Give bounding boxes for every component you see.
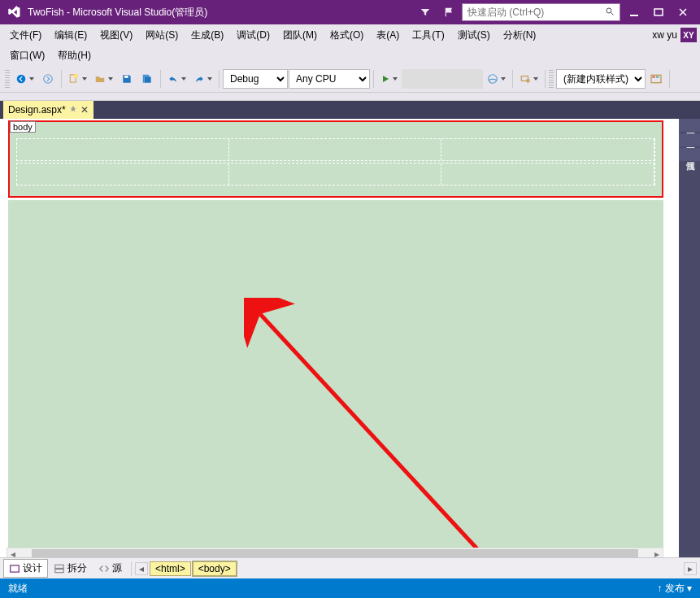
breadcrumb-html[interactable]: <html>: [150, 561, 191, 576]
open-button[interactable]: [91, 69, 116, 89]
menu-edit[interactable]: 编辑(E): [48, 26, 93, 45]
table-cell[interactable]: [17, 139, 229, 160]
svg-rect-3: [654, 9, 663, 15]
svg-line-1: [611, 12, 614, 15]
toolbar-grip[interactable]: [5, 70, 10, 88]
titlebar: TwoFish - Microsoft Visual Studio(管理员): [0, 0, 700, 24]
user-name[interactable]: xw yu: [652, 29, 677, 41]
table-row[interactable]: [16, 138, 655, 161]
menu-table[interactable]: 表(A): [370, 26, 406, 45]
menu-build[interactable]: 生成(B): [185, 26, 230, 45]
svg-point-4: [17, 74, 26, 83]
quick-launch-text[interactable]: [467, 7, 605, 18]
close-button[interactable]: [672, 3, 693, 21]
toolbar-grip-2[interactable]: [549, 70, 554, 88]
config-combo[interactable]: Debug: [223, 69, 288, 89]
svg-rect-15: [11, 565, 20, 571]
side-tab-team[interactable]: 团队资源管理器: [679, 133, 700, 146]
menu-view[interactable]: 视图(V): [93, 26, 139, 45]
status-text: 就绪: [8, 582, 28, 596]
nav-back-button[interactable]: [12, 69, 37, 89]
menubar: 文件(F) 编辑(E) 视图(V) 网站(S) 生成(B) 调试(D) 团队(M…: [0, 24, 700, 46]
body-tag-label[interactable]: body: [10, 121, 36, 133]
selected-table-outline[interactable]: [8, 120, 663, 198]
quick-launch-input[interactable]: [462, 3, 620, 21]
svg-rect-2: [630, 15, 638, 16]
browser-link-icon[interactable]: [484, 69, 509, 89]
platform-combo[interactable]: Any CPU: [289, 69, 370, 89]
menu-tools[interactable]: 工具(T): [406, 26, 450, 45]
view-bar: 设计 拆分 源 ◂ <html> <body> ▸: [0, 557, 700, 578]
table-row[interactable]: [16, 163, 655, 186]
pin-icon[interactable]: [69, 104, 77, 116]
document-tabs: Design.aspx* ✕: [0, 101, 700, 119]
view-split-button[interactable]: 拆分: [48, 559, 93, 578]
design-body-area[interactable]: [8, 200, 663, 557]
scroll-right-icon[interactable]: ▸: [651, 548, 663, 557]
menu-debug[interactable]: 调试(D): [230, 26, 276, 45]
menu-site[interactable]: 网站(S): [139, 26, 185, 45]
tab-label: Design.aspx*: [8, 104, 66, 116]
undo-button[interactable]: [164, 69, 189, 89]
tab-design-aspx[interactable]: Design.aspx* ✕: [3, 101, 93, 119]
svg-rect-12: [652, 76, 654, 77]
close-tab-icon[interactable]: ✕: [80, 104, 89, 116]
menu-format[interactable]: 格式(O): [324, 26, 370, 45]
menubar-row2: 窗口(W) 帮助(H): [0, 46, 700, 65]
find-icon[interactable]: [516, 69, 541, 89]
publish-button[interactable]: ↑ 发布 ▾: [657, 582, 692, 596]
style-palette-icon[interactable]: [646, 69, 666, 89]
table-cell[interactable]: [441, 164, 654, 185]
side-toolwindows: 添加方案资源管理器 团队资源管理器 属性: [679, 119, 700, 557]
scroll-thumb[interactable]: [32, 549, 638, 557]
search-icon[interactable]: [605, 7, 615, 19]
minimize-button[interactable]: [624, 3, 645, 21]
format-toolbar: [0, 93, 700, 101]
svg-rect-8: [124, 75, 128, 77]
menu-window[interactable]: 窗口(W): [3, 46, 51, 65]
redo-button[interactable]: [190, 69, 215, 89]
vs-logo-icon: [7, 5, 21, 20]
crumb-prev-button[interactable]: ◂: [135, 562, 148, 575]
start-debug-button[interactable]: [377, 69, 401, 89]
menu-team[interactable]: 团队(M): [276, 26, 324, 45]
browser-target-blurred[interactable]: [402, 69, 483, 89]
side-tab-properties[interactable]: 属性: [679, 148, 700, 161]
view-source-button[interactable]: 源: [93, 559, 128, 578]
scroll-left-icon[interactable]: ◂: [7, 548, 19, 557]
menu-analyze[interactable]: 分析(N): [497, 26, 543, 45]
table-cell[interactable]: [441, 139, 654, 160]
table-cell[interactable]: [229, 139, 441, 160]
menu-file[interactable]: 文件(F): [3, 26, 48, 45]
svg-point-7: [73, 73, 78, 78]
style-combo[interactable]: (新建内联样式): [556, 69, 646, 89]
window-title: TwoFish - Microsoft Visual Studio(管理员): [28, 6, 207, 20]
table-cell[interactable]: [17, 164, 229, 185]
svg-point-0: [607, 8, 611, 13]
statusbar: 就绪 ↑ 发布 ▾: [0, 578, 700, 598]
table-cell[interactable]: [229, 164, 441, 185]
design-canvas[interactable]: body ◂ ▸: [0, 119, 679, 557]
breadcrumb-body[interactable]: <body>: [193, 561, 237, 576]
toolbar: Debug Any CPU (新建内联样式): [0, 65, 700, 93]
menu-test[interactable]: 测试(S): [451, 26, 497, 45]
svg-rect-17: [55, 569, 64, 572]
nav-forward-button[interactable]: [38, 69, 58, 89]
menu-help[interactable]: 帮助(H): [51, 46, 98, 65]
maximize-button[interactable]: [648, 3, 669, 21]
view-design-button[interactable]: 设计: [3, 559, 48, 578]
flag-icon[interactable]: [439, 3, 460, 21]
svg-rect-16: [55, 565, 64, 568]
horizontal-scrollbar[interactable]: ◂ ▸: [7, 548, 663, 557]
user-badge[interactable]: XY: [680, 28, 697, 42]
svg-point-5: [44, 74, 53, 83]
notify-filter-icon[interactable]: [415, 3, 436, 21]
svg-rect-13: [656, 76, 659, 77]
new-item-button[interactable]: [65, 69, 90, 89]
crumb-next-button[interactable]: ▸: [684, 562, 697, 575]
save-button[interactable]: [117, 69, 137, 89]
side-tab-solution[interactable]: 添加方案资源管理器: [679, 119, 700, 132]
save-all-button[interactable]: [137, 69, 157, 89]
